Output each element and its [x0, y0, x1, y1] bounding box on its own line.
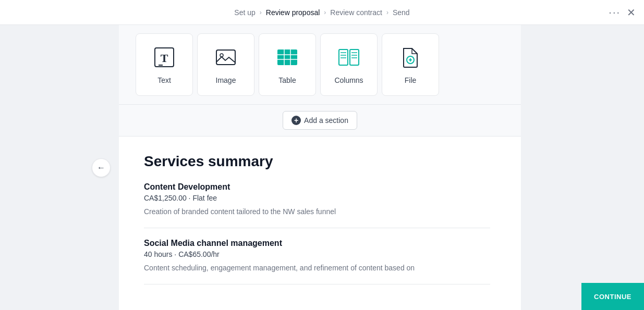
continue-button[interactable]: CONTINUE [581, 283, 644, 310]
step-setup[interactable]: Set up [234, 8, 255, 17]
add-section-button[interactable]: + Add a section [283, 111, 357, 130]
content-area: T Text Image [119, 25, 521, 310]
picker-label-file: File [405, 76, 417, 84]
section-picker: T Text Image [119, 25, 521, 105]
table-icon [275, 45, 300, 70]
step-review-contract[interactable]: Review contract [330, 8, 382, 17]
right-sidebar [521, 25, 644, 310]
breadcrumb: Set up › Review proposal › Review contra… [234, 8, 409, 17]
service-price-1: 40 hours · CA$65.00/hr [144, 250, 490, 258]
svg-rect-11 [350, 49, 359, 65]
back-arrow-icon: ← [97, 163, 105, 172]
file-icon [398, 45, 423, 70]
main-layout: ← T Text [0, 25, 644, 310]
picker-item-image[interactable]: Image [197, 33, 254, 96]
add-section-label: Add a section [304, 116, 348, 125]
svg-rect-10 [339, 49, 348, 65]
proposal-content: Services summary Content Development CA$… [119, 137, 515, 301]
step-send[interactable]: Send [393, 8, 410, 17]
step-review-proposal[interactable]: Review proposal [266, 8, 320, 17]
picker-item-text[interactable]: T Text [136, 33, 193, 96]
picker-item-file[interactable]: File [382, 33, 439, 96]
service-desc-0: Creation of branded content tailored to … [144, 206, 490, 217]
more-button[interactable]: ··· [609, 6, 621, 18]
top-nav: Set up › Review proposal › Review contra… [0, 0, 644, 25]
service-item-1: Social Media channel management 40 hours… [144, 228, 490, 284]
service-name-0: Content Development [144, 182, 490, 192]
chevron-icon-2: › [324, 9, 326, 16]
left-sidebar: ← [0, 25, 119, 310]
nav-actions: ··· ✕ [609, 6, 636, 19]
picker-label-columns: Columns [334, 76, 363, 84]
picker-label-table: Table [278, 76, 296, 84]
picker-item-columns[interactable]: Columns [320, 33, 378, 96]
image-icon [213, 45, 238, 70]
text-icon: T [152, 45, 177, 70]
services-title: Services summary [144, 153, 490, 170]
svg-text:T: T [161, 52, 168, 65]
columns-icon [336, 45, 361, 70]
service-name-1: Social Media channel management [144, 239, 490, 248]
back-button[interactable]: ← [92, 158, 111, 177]
svg-rect-5 [277, 49, 297, 65]
plus-circle-icon: + [291, 116, 301, 125]
chevron-icon-3: › [386, 9, 388, 16]
chevron-icon: › [260, 9, 262, 16]
picker-item-table[interactable]: Table [259, 33, 316, 96]
picker-label-image: Image [216, 76, 236, 84]
close-button[interactable]: ✕ [627, 6, 636, 19]
service-desc-1: Content scheduling, engagement managemen… [144, 263, 490, 274]
service-item-0: Content Development CA$1,250.00 · Flat f… [144, 182, 490, 228]
add-section-bar: + Add a section [119, 105, 521, 137]
picker-label-text: Text [157, 76, 171, 84]
svg-rect-3 [216, 50, 235, 65]
service-price-0: CA$1,250.00 · Flat fee [144, 194, 490, 202]
